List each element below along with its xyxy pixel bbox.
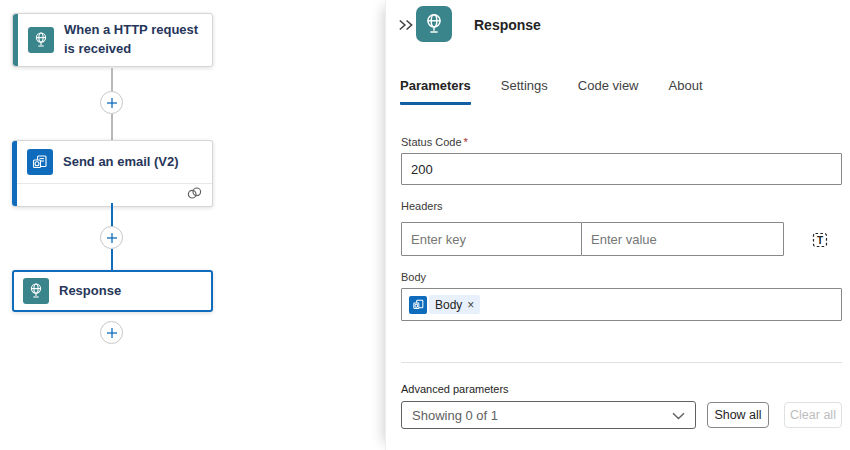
flow-designer: When a HTTP request is received	[0, 0, 850, 450]
advanced-parameters-label: Advanced parameters	[401, 383, 509, 395]
workflow-canvas[interactable]: When a HTTP request is received	[0, 0, 385, 450]
connector-line	[111, 203, 113, 227]
remove-token-icon[interactable]: ×	[467, 298, 474, 312]
plus-icon	[106, 232, 118, 244]
insert-step-button[interactable]	[100, 226, 123, 249]
node-footer	[17, 183, 212, 206]
tab-parameters[interactable]: Parameters	[400, 78, 471, 105]
connector-line	[111, 249, 113, 271]
show-all-button[interactable]: Show all	[707, 402, 769, 428]
connector-line	[111, 68, 113, 92]
tab-settings[interactable]: Settings	[501, 78, 548, 105]
required-asterisk: *	[464, 136, 468, 148]
node-title: Response	[59, 282, 121, 301]
plus-icon	[106, 97, 118, 109]
advanced-parameters-dropdown[interactable]: Showing 0 of 1	[401, 401, 696, 429]
headers-label: Headers	[401, 200, 443, 212]
header-key-input[interactable]	[401, 222, 582, 256]
collapse-panel-icon[interactable]	[397, 16, 415, 34]
node-title: Send an email (V2)	[63, 153, 179, 172]
node-title: When a HTTP request is received	[64, 21, 202, 59]
http-globe-icon	[23, 278, 49, 304]
token-label: Body	[435, 298, 462, 312]
panel-header: Response	[386, 0, 850, 50]
insert-step-button[interactable]	[100, 91, 123, 114]
outlook-icon	[27, 149, 53, 175]
text-mode-toggle-icon[interactable]: T	[810, 230, 830, 250]
svg-text:T: T	[817, 235, 823, 246]
connection-icon[interactable]	[186, 186, 203, 204]
http-globe-icon	[28, 27, 54, 53]
insert-step-button[interactable]	[100, 321, 123, 344]
http-globe-icon	[416, 6, 452, 42]
panel-title: Response	[474, 17, 541, 33]
node-accent-bar	[13, 14, 18, 66]
chevron-down-icon	[672, 406, 685, 424]
outlook-icon	[409, 296, 427, 314]
tab-code-view[interactable]: Code view	[578, 78, 639, 105]
node-accent-bar	[12, 141, 17, 206]
node-response[interactable]: Response	[12, 270, 213, 312]
panel-tabs: Parameters Settings Code view About	[400, 78, 703, 105]
node-send-email[interactable]: Send an email (V2)	[12, 140, 213, 207]
status-code-input[interactable]	[401, 153, 842, 185]
node-http-trigger[interactable]: When a HTTP request is received	[12, 13, 213, 67]
header-value-input[interactable]	[581, 222, 784, 256]
body-token[interactable]: Body ×	[409, 295, 480, 314]
clear-all-button: Clear all	[784, 402, 842, 428]
body-input[interactable]: Body ×	[401, 288, 842, 321]
plus-icon	[106, 327, 118, 339]
section-divider	[401, 362, 842, 363]
action-details-panel: Response Parameters Settings Code view A…	[385, 0, 850, 450]
body-label: Body	[401, 271, 426, 283]
tab-about[interactable]: About	[669, 78, 703, 105]
dropdown-value: Showing 0 of 1	[412, 408, 498, 423]
connector-line	[111, 114, 113, 141]
status-code-label: Status Code*	[401, 136, 468, 148]
